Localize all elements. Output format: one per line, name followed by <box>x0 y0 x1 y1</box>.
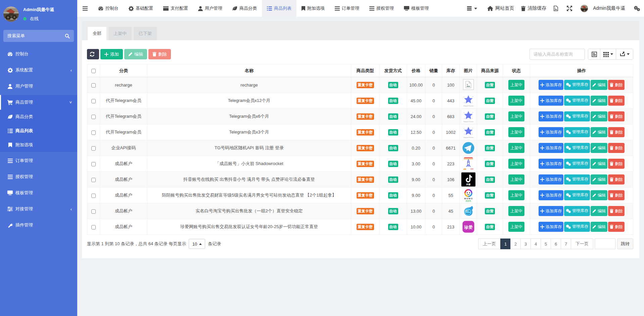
svg-text:珍爱: 珍爱 <box>464 225 473 230</box>
svg-text:Telegram Premium: Telegram Premium <box>463 121 473 122</box>
svg-text:M O M O: M O M O <box>464 198 472 200</box>
svg-text:Telegram Premium: Telegram Premium <box>463 105 473 107</box>
svg-text:陌陌电: 陌陌电 <box>465 200 471 202</box>
svg-text:Telegram Premium: Telegram Premium <box>463 137 473 138</box>
svg-text:抖音: 抖音 <box>466 183 471 186</box>
